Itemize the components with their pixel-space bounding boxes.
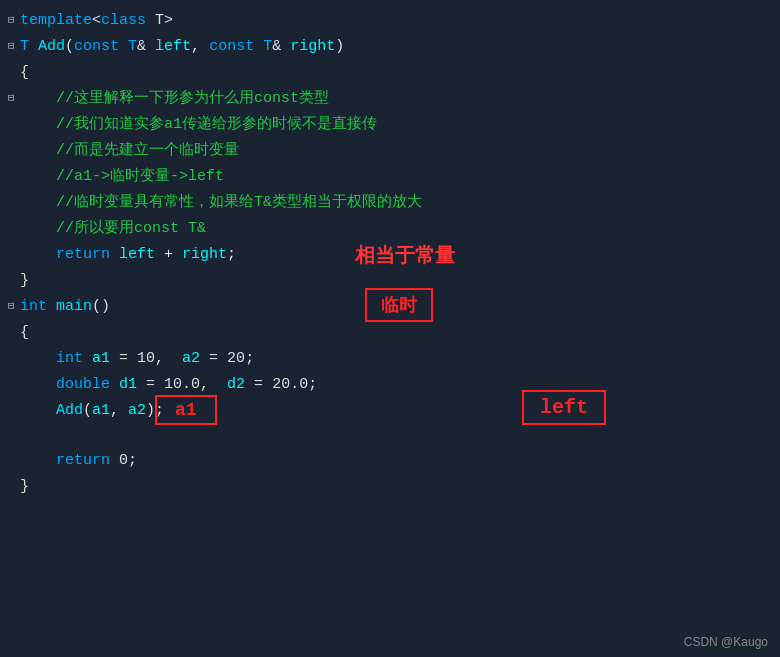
code-line-17 [0,424,780,448]
code-line-4: ⊟ //这里解释一下形参为什么用const类型 [0,86,780,112]
code-line-16: Add(a1, a2); [0,398,780,424]
fold-icon-12[interactable]: ⊟ [8,298,20,316]
code-line-9: //所以要用const T& [0,216,780,242]
code-line-8: //临时变量具有常性，如果给T&类型相当于权限的放大 [0,190,780,216]
code-line-19: } [0,474,780,500]
code-line-3: { [0,60,780,86]
code-line-6: //而是先建立一个临时变量 [0,138,780,164]
code-line-2: ⊟ T Add(const T& left, const T& right) [0,34,780,60]
code-line-1: ⊟ template<class T> [0,8,780,34]
code-line-13: { [0,320,780,346]
watermark: CSDN @Kaugo [684,635,768,649]
annotation-a1: a1 [155,395,217,425]
code-line-15: double d1 = 10.0, d2 = 20.0; [0,372,780,398]
annotation-linshi: 临时 [365,288,433,322]
annotation-xiangshangyuchliang: 相当于常量 [355,242,455,269]
code-line-7: //a1->临时变量->left [0,164,780,190]
fold-icon-1[interactable]: ⊟ [8,12,20,30]
fold-icon-4[interactable]: ⊟ [8,90,20,108]
fold-icon-2[interactable]: ⊟ [8,38,20,56]
code-line-14: int a1 = 10, a2 = 20; [0,346,780,372]
code-line-5: //我们知道实参a1传递给形参的时候不是直接传 [0,112,780,138]
code-line-18: return 0; [0,448,780,474]
annotation-left: left [522,390,606,425]
code-editor: ⊟ template<class T> ⊟ T Add(const T& lef… [0,0,780,657]
